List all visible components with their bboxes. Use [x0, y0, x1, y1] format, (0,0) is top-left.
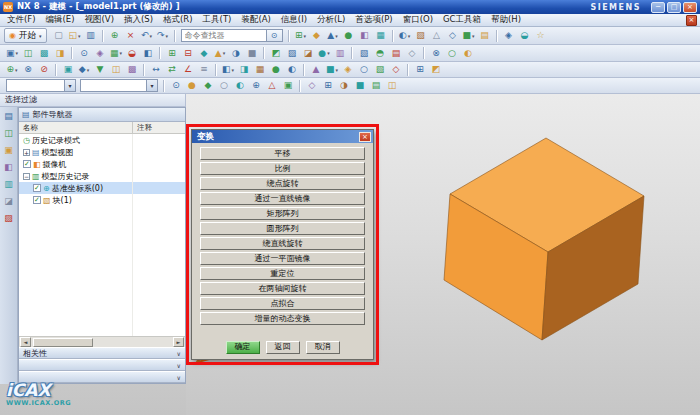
transform-option-button[interactable]: 比例	[200, 162, 365, 175]
toolbar-icon[interactable]: ◫	[385, 79, 400, 93]
transform-option-button[interactable]: 在两轴间旋转	[200, 282, 365, 295]
toolbar-icon[interactable]: ●	[185, 79, 200, 93]
toolbar-icon[interactable]: ○	[357, 63, 372, 77]
toolbar-icon[interactable]: ◫	[2, 127, 16, 140]
toolbar-icon[interactable]: ×	[123, 29, 138, 43]
chevron-down-icon[interactable]: ▾	[146, 80, 157, 91]
maximize-button[interactable]: □	[667, 2, 681, 13]
toolbar-icon[interactable]: ▥	[333, 46, 348, 60]
part-navigator-header[interactable]: ▤ 部件导航器	[19, 108, 185, 122]
scroll-thumb[interactable]	[33, 338, 93, 347]
menu-item[interactable]: 工具(T)	[198, 14, 237, 26]
toolbar-combo[interactable]: ▾	[80, 79, 158, 92]
toolbar-icon[interactable]: ▼	[93, 63, 108, 77]
toolbar-icon[interactable]: ⊙	[77, 46, 92, 60]
toolbar-icon[interactable]: ▦	[373, 29, 388, 43]
toolbar-icon[interactable]: ≡	[197, 63, 212, 77]
toolbar-icon[interactable]: ▨	[2, 212, 16, 225]
toolbar-icon[interactable]: ▤	[389, 46, 404, 60]
toolbar-icon[interactable]: ◒	[125, 46, 140, 60]
toolbar-icon[interactable]: ◆	[201, 79, 216, 93]
transform-option-button[interactable]: 绕点旋转	[200, 177, 365, 190]
toolbar-icon[interactable]: ◆	[197, 46, 212, 60]
toolbar-icon[interactable]: ▤	[2, 110, 16, 123]
toolbar-icon[interactable]: ◇	[445, 29, 460, 43]
toolbar-icon[interactable]: ⊕	[249, 79, 264, 93]
toolbar-icon[interactable]: ▣	[2, 144, 16, 157]
toolbar-icon[interactable]: ⊞	[321, 79, 336, 93]
toolbar-icon[interactable]: ⊕	[107, 29, 122, 43]
toolbar-icon[interactable]: ▢	[51, 29, 66, 43]
toolbar-icon[interactable]: ▥	[2, 178, 16, 191]
toolbar-icon[interactable]: ⊞	[413, 63, 428, 77]
tree-item[interactable]: ✓▧块(1)	[19, 194, 185, 206]
toolbar-icon[interactable]: ◫	[109, 63, 124, 77]
toolbar-icon[interactable]: ▧	[373, 63, 388, 77]
scroll-right-icon[interactable]: ►	[173, 337, 184, 347]
toolbar-icon[interactable]: ⊙	[169, 79, 184, 93]
toolbar-icon[interactable]: ◩	[269, 46, 284, 60]
chevron-down-icon[interactable]: ∨	[177, 362, 181, 369]
toolbar-icon[interactable]: ⊘	[37, 63, 52, 77]
menu-item[interactable]: 插入(S)	[119, 14, 158, 26]
toolbar-icon[interactable]: ▣	[281, 79, 296, 93]
toolbar-icon[interactable]: ●▾	[317, 46, 332, 60]
toolbar-icon[interactable]: ◈	[501, 29, 516, 43]
chevron-down-icon[interactable]: ∨	[177, 374, 181, 381]
visibility-checkbox[interactable]: ✓	[33, 196, 41, 204]
toolbar-combo[interactable]: ▾	[6, 79, 76, 92]
scroll-left-icon[interactable]: ◄	[20, 337, 31, 347]
menu-item[interactable]: 首选项(P)	[350, 14, 397, 26]
toolbar-icon[interactable]: ◧	[2, 161, 16, 174]
toolbar-icon[interactable]: ↷▾	[155, 29, 170, 43]
toolbar-icon[interactable]: ▣▾	[5, 46, 20, 60]
toolbar-icon[interactable]: ⊞▾	[293, 29, 308, 43]
toolbar-icon[interactable]: ◩	[429, 63, 444, 77]
toolbar-icon[interactable]: △	[265, 79, 280, 93]
chevron-down-icon[interactable]: ▾	[64, 80, 75, 91]
toolbar-icon[interactable]: ◫	[21, 46, 36, 60]
toolbar-icon[interactable]: ▩	[125, 63, 140, 77]
transform-option-button[interactable]: 点拟合	[200, 297, 365, 310]
toolbar-icon[interactable]: ◐	[461, 46, 476, 60]
toolbar-icon[interactable]: ◇	[305, 79, 320, 93]
toolbar-icon[interactable]: ▤	[369, 79, 384, 93]
menu-item[interactable]: 分析(L)	[312, 14, 350, 26]
toolbar-icon[interactable]: ■	[245, 46, 260, 60]
toolbar-icon[interactable]: ◒	[517, 29, 532, 43]
toolbar-icon[interactable]: ▦	[253, 63, 268, 77]
navigator-section[interactable]: ∨	[19, 359, 185, 371]
close-button[interactable]: ×	[683, 2, 697, 13]
toolbar-icon[interactable]: △	[429, 29, 444, 43]
toolbar-icon[interactable]: ◐	[233, 79, 248, 93]
menu-item[interactable]: 信息(I)	[276, 14, 312, 26]
dialog-close-icon[interactable]: ×	[359, 132, 371, 142]
toolbar-icon[interactable]: ◑	[337, 79, 352, 93]
menu-item[interactable]: 格式(R)	[158, 14, 198, 26]
tree-item[interactable]: −▥模型历史记录	[19, 170, 185, 182]
scroll-track[interactable]	[31, 338, 173, 347]
cancel-button[interactable]: 取消	[306, 341, 340, 354]
toolbar-icon[interactable]: ●	[269, 63, 284, 77]
menu-item[interactable]: 文件(F)	[2, 14, 41, 26]
command-finder-input[interactable]	[181, 29, 267, 42]
menu-item[interactable]: 帮助(H)	[486, 14, 526, 26]
toolbar-icon[interactable]: ◪	[301, 46, 316, 60]
toolbar-icon[interactable]: ▤	[477, 29, 492, 43]
toolbar-icon[interactable]: ▣	[61, 63, 76, 77]
toolbar-icon[interactable]: ◪	[2, 195, 16, 208]
ok-button[interactable]: 确定	[226, 341, 260, 354]
toolbar-icon[interactable]: ↶▾	[139, 29, 154, 43]
transform-dialog-titlebar[interactable]: 变换 ×	[192, 130, 373, 143]
toolbar-icon[interactable]: ▲▾	[213, 46, 228, 60]
navigator-hscrollbar[interactable]: ◄ ►	[19, 336, 185, 347]
visibility-checkbox[interactable]: ✓	[23, 160, 31, 168]
tree-expander-icon[interactable]: +	[23, 149, 30, 156]
transform-option-button[interactable]: 平移	[200, 147, 365, 160]
column-header-note[interactable]: 注释	[133, 122, 185, 133]
menu-item[interactable]: 视图(V)	[80, 14, 119, 26]
column-header-name[interactable]: 名称	[19, 122, 133, 133]
toolbar-icon[interactable]: ◨	[53, 46, 68, 60]
toolbar-icon[interactable]: ◐▾	[397, 29, 412, 43]
toolbar-icon[interactable]: ▧	[413, 29, 428, 43]
